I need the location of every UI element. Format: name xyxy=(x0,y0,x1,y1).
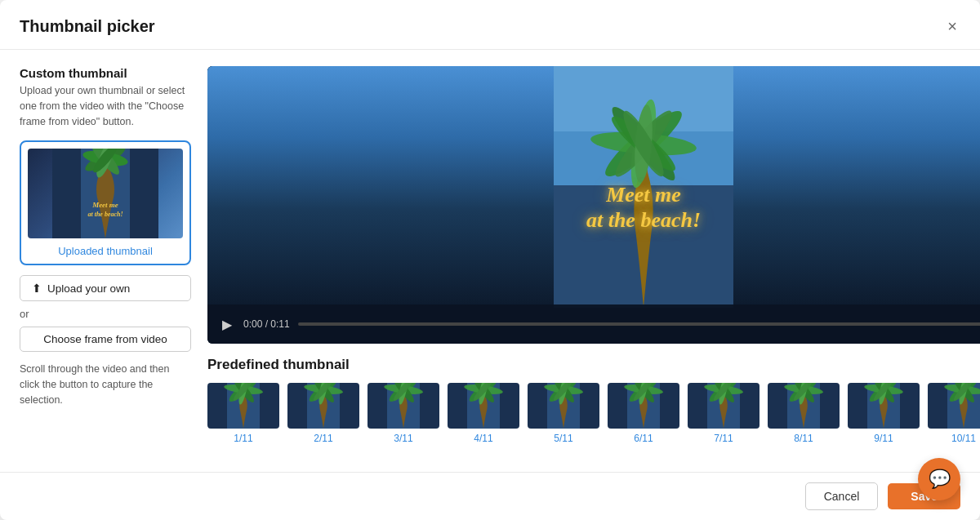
predefined-thumb-img xyxy=(688,383,760,429)
play-button[interactable]: ▶ xyxy=(219,315,235,334)
video-scene: Meet meat the beach! xyxy=(207,66,980,304)
predefined-thumb-label: 6/11 xyxy=(634,433,653,444)
predefined-thumb-label: 3/11 xyxy=(394,433,412,444)
time-display: 0:00 / 0:11 xyxy=(243,318,290,330)
predefined-thumb-item[interactable]: 6/11 xyxy=(608,383,679,444)
predefined-thumb-label: 5/11 xyxy=(554,433,572,444)
predefined-thumb-item[interactable]: 5/11 xyxy=(528,383,599,444)
uploaded-thumbnail-label: Uploaded thumbnail xyxy=(28,245,183,257)
predefined-thumb-label: 10/11 xyxy=(951,433,976,444)
predefined-thumb-label: 7/11 xyxy=(714,433,733,444)
predefined-thumb-img xyxy=(448,383,519,429)
custom-thumbnail-desc: Upload your own thumbnail or select one … xyxy=(20,83,191,129)
video-portrait-panel: Meet meat the beach! xyxy=(554,66,733,304)
predefined-thumb-img xyxy=(207,383,279,429)
progress-bar[interactable] xyxy=(298,322,980,326)
cancel-button[interactable]: Cancel xyxy=(805,482,879,510)
predefined-thumb-img xyxy=(768,383,840,429)
predefined-thumb-item[interactable]: 4/11 xyxy=(448,383,519,444)
choose-frame-button[interactable]: Choose frame from video xyxy=(20,327,191,352)
predefined-thumb-item[interactable]: 3/11 xyxy=(368,383,439,444)
close-button[interactable]: × xyxy=(944,15,960,38)
modal-body: Custom thumbnail Upload your own thumbna… xyxy=(0,50,980,472)
modal-title: Thumbnail picker xyxy=(20,17,155,36)
predefined-thumb-img xyxy=(928,383,980,429)
predefined-thumb-label: 9/11 xyxy=(874,433,893,444)
predefined-thumb-item[interactable]: 8/11 xyxy=(768,383,840,444)
predefined-thumb-label: 1/11 xyxy=(234,433,252,444)
predefined-thumb-label: 8/11 xyxy=(794,433,813,444)
predefined-section: Predefined thumbnail 1/112/113/114/115/1… xyxy=(207,357,980,451)
predefined-thumb-img xyxy=(368,383,439,429)
scroll-hint-text: Scroll through the video and then click … xyxy=(20,362,191,407)
upload-icon: ⬆ xyxy=(32,282,42,295)
predefined-thumb-label: 2/11 xyxy=(314,433,332,444)
predefined-thumb-item[interactable]: 2/11 xyxy=(287,383,359,444)
uploaded-thumbnail-preview: Meet me at the beach! xyxy=(28,149,183,238)
svg-text:Meet me: Meet me xyxy=(91,201,118,209)
svg-text:at the beach!: at the beach! xyxy=(87,211,122,218)
video-text-overlay: Meet meat the beach! xyxy=(586,182,701,233)
upload-own-button[interactable]: ⬆ Upload your own xyxy=(20,275,191,301)
predefined-thumb-item[interactable]: 1/11 xyxy=(207,383,279,444)
modal-header: Thumbnail picker × xyxy=(0,0,980,50)
predefined-thumb-img xyxy=(608,383,679,429)
predefined-thumb-img xyxy=(848,383,920,429)
sidebar: Custom thumbnail Upload your own thumbna… xyxy=(20,66,191,456)
uploaded-thumbnail-box[interactable]: Meet me at the beach! Uploaded thumbnail xyxy=(20,140,191,265)
predefined-thumb-item[interactable]: 9/11 xyxy=(848,383,920,444)
chat-bubble-icon: 💬 xyxy=(929,469,951,490)
predefined-thumb-item[interactable]: 10/11 xyxy=(928,383,980,444)
predefined-thumb-img xyxy=(287,383,359,429)
predefined-thumb-label: 4/11 xyxy=(474,433,492,444)
video-player[interactable]: Meet meat the beach! ▶ 0:00 / 0:11 🔊 ⛶ ⋮ xyxy=(207,66,980,344)
predefined-title: Predefined thumbnail xyxy=(207,357,980,373)
or-divider: or xyxy=(20,308,191,320)
predefined-thumb-item[interactable]: 7/11 xyxy=(688,383,760,444)
chat-bubble-button[interactable]: 💬 xyxy=(918,458,960,500)
video-controls: ▶ 0:00 / 0:11 🔊 ⛶ ⋮ xyxy=(207,304,980,344)
thumbnails-strip: 1/112/113/114/115/116/117/118/119/1110/1… xyxy=(207,383,980,451)
thumbnail-scene-svg: Meet me at the beach! xyxy=(52,149,158,238)
custom-thumbnail-title: Custom thumbnail xyxy=(20,66,191,80)
thumbnail-picker-modal: Thumbnail picker × Custom thumbnail Uplo… xyxy=(0,0,980,520)
main-content: Meet meat the beach! ▶ 0:00 / 0:11 🔊 ⛶ ⋮ xyxy=(207,66,980,456)
modal-footer: Cancel Save xyxy=(0,472,980,520)
predefined-thumb-img xyxy=(528,383,599,429)
